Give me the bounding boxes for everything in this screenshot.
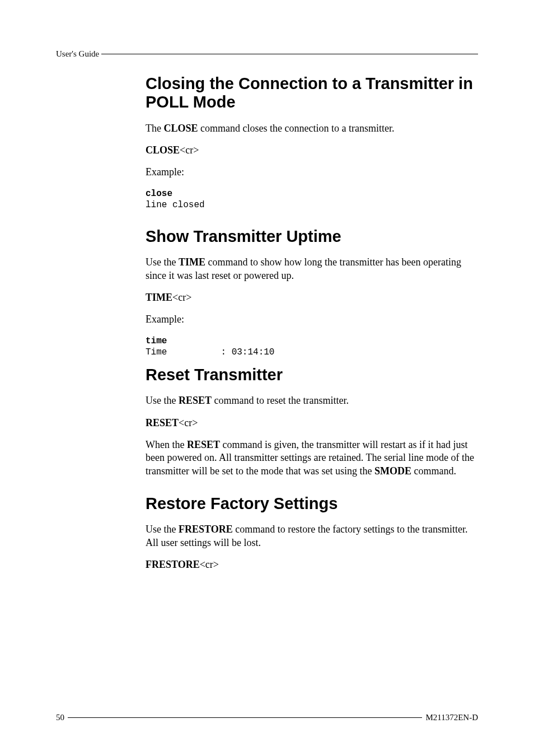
time-example-label: Example:: [146, 313, 478, 326]
content: Closing the Connection to a Transmitter …: [146, 74, 478, 572]
close-terminal: close line closed: [146, 188, 478, 211]
section-reset-p1: Use the RESET command to reset the trans…: [146, 394, 478, 407]
section-title-close: Closing the Connection to a Transmitter …: [146, 74, 478, 112]
frestore-command-syntax: FRESTORE<cr>: [146, 558, 478, 571]
time-command-syntax: TIME<cr>: [146, 291, 478, 304]
page-number: 50: [56, 713, 64, 722]
header-label: User's Guide: [56, 49, 99, 59]
section-reset-p2: When the RESET command is given, the tra…: [146, 438, 478, 478]
doc-id: M211372EN-D: [425, 713, 478, 722]
section-restore-p1: Use the FRESTORE command to restore the …: [146, 523, 478, 549]
page: User's Guide Closing the Connection to a…: [0, 0, 534, 756]
page-header: User's Guide: [56, 49, 478, 59]
close-command-syntax: CLOSE<cr>: [146, 144, 478, 157]
section-title-reset: Reset Transmitter: [146, 366, 478, 384]
reset-command-syntax: RESET<cr>: [146, 417, 478, 430]
time-terminal: time Time : 03:14:10: [146, 335, 478, 358]
page-footer: 50 M211372EN-D: [56, 713, 478, 722]
header-rule: [101, 54, 478, 54]
close-example-label: Example:: [146, 166, 478, 179]
footer-rule: [68, 717, 422, 718]
section-title-uptime: Show Transmitter Uptime: [146, 227, 478, 246]
section-title-restore: Restore Factory Settings: [146, 494, 478, 513]
section-close-p1: The CLOSE command closes the connection …: [146, 122, 478, 135]
section-uptime-p1: Use the TIME command to show how long th…: [146, 256, 478, 282]
